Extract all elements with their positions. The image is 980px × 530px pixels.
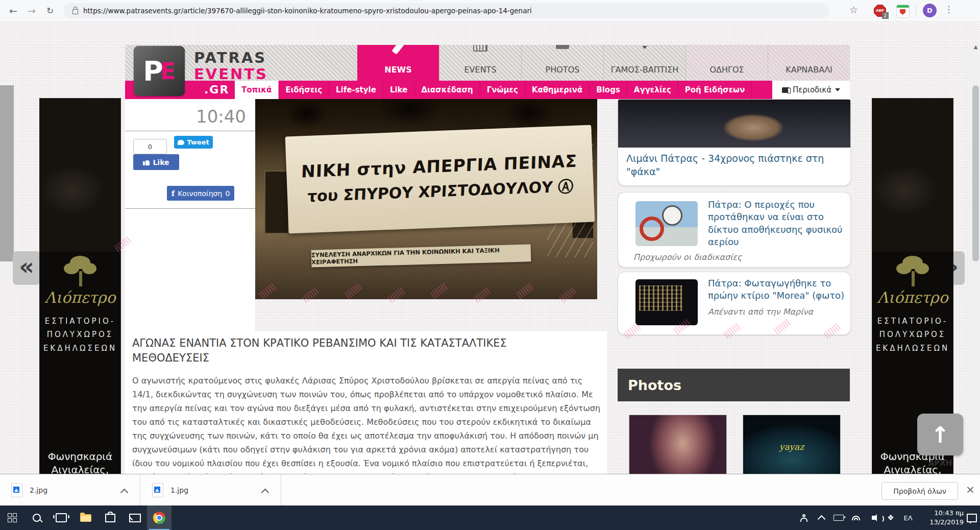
download-item[interactable]: 1.jpg — [152, 481, 188, 499]
article-subtitle: Απέναντι από την Μαρίνα — [708, 307, 813, 317]
hidden-icons-chevron[interactable] — [813, 514, 830, 522]
show-all-downloads-button[interactable]: Προβολή όλων — [881, 482, 958, 500]
left-rail — [0, 85, 14, 261]
article-photo[interactable]: ΝΙΚΗ στην ΑΠΕΡΓΙΑ ΠΕΙΝΑΣ του ΣΠΥΡΟΥ ΧΡΙΣ… — [255, 99, 597, 299]
divider — [281, 474, 281, 506]
mail-envelope-icon — [129, 514, 141, 522]
toolbar-divider — [916, 5, 916, 16]
image-file-icon — [152, 483, 163, 497]
taskbar-search-button[interactable] — [24, 505, 49, 530]
close-downloads-bar-icon[interactable]: × — [964, 483, 977, 496]
language-indicator[interactable]: ΕΛ — [899, 514, 917, 522]
tweet-button[interactable]: Tweet — [174, 136, 213, 149]
calendar-icon — [473, 45, 487, 52]
sidebar-article-card[interactable]: Πάτρα: Ο περιοχές που προτάθηκαν να είνα… — [618, 192, 851, 268]
nav-eidiseis[interactable]: Ειδήσεις — [279, 81, 329, 99]
system-tray: ❖ ΕΛ 10:43 πμ 13/2/2019 — [795, 505, 980, 530]
task-view-button[interactable] — [49, 505, 74, 530]
scrollbar-thumb[interactable] — [972, 85, 979, 261]
periodika-dropdown[interactable]: Περιοδικά — [772, 81, 850, 99]
nav-aggelies[interactable]: Αγγελίες — [627, 81, 678, 99]
action-center-icon[interactable] — [967, 514, 977, 522]
browser-menu-icon[interactable]: ⋮ — [944, 4, 953, 14]
mail-button[interactable] — [122, 505, 147, 530]
nav-roi-eidiseon[interactable]: Ροή Ειδήσεων — [678, 81, 752, 99]
primary-tabs: NEWS EVENTS PHOTOS ΓΑΜΟΣ-ΒΑΠΤΙΣΗ ΟΔΗΓΟΣ … — [357, 45, 850, 81]
article-title[interactable]: Πάτρα: Ο περιοχές που προτάθηκαν να είνα… — [708, 199, 843, 248]
address-bar[interactable]: https://www.patrasevents.gr/article/3976… — [63, 3, 829, 18]
wifi-icon[interactable] — [847, 516, 865, 520]
microsoft-store-button[interactable] — [98, 505, 122, 530]
protest-banner: ΝΙΚΗ στην ΑΠΕΡΓΙΑ ΠΕΙΝΑΣ του ΣΠΥΡΟΥ ΧΡΙΣ… — [285, 125, 595, 234]
start-button[interactable] — [0, 505, 24, 530]
tab-guide[interactable]: ΟΔΗΓΟΣ — [685, 45, 768, 81]
tab-wedding[interactable]: ΓΑΜΟΣ-ΒΑΠΤΙΣΗ — [603, 45, 685, 81]
task-view-icon — [56, 513, 67, 522]
carousel-prev-button[interactable]: « — [13, 251, 40, 285]
browser-toolbar: ← → ↻ https://www.patrasevents.gr/articl… — [0, 0, 980, 22]
article-body: Ο αγωνιστής κρατούμενος στις φυλακές Λάρ… — [132, 374, 601, 484]
profile-avatar[interactable]: D — [923, 4, 937, 17]
download-filename[interactable]: 1.jpg — [170, 486, 188, 494]
taskbar-clock[interactable]: 10:43 πμ 13/2/2019 — [920, 509, 964, 526]
facebook-like-button[interactable]: Like — [133, 154, 179, 170]
battery-icon[interactable] — [830, 515, 847, 521]
divider — [125, 208, 255, 209]
page-background: « » Λιόπετρο ΕΣΤΙΑΤΟΡΙΟ- ΠΟΛΥΧΩΡΟΣ ΕΚΔΗΛ… — [0, 21, 980, 474]
left-ad-banner[interactable]: Λιόπετρο ΕΣΤΙΑΤΟΡΙΟ- ΠΟΛΥΧΩΡΟΣ ΕΚΔΗΛΩΣΕΩ… — [39, 98, 121, 497]
nav-kathimerina[interactable]: Καθημερινά — [525, 81, 590, 99]
pressure-gauge — [662, 205, 682, 226]
downloads-bar: 2.jpg 1.jpg Προβολή όλων × — [0, 474, 980, 506]
page-scrollbar[interactable]: ▲ ▼ — [971, 43, 980, 495]
article-subtitle: Προχωρούν οι διαδικασίες — [633, 252, 742, 262]
sidebar-article-card[interactable]: Λιμάνι Πάτρας - 34χρονος πιάστηκε στη "φ… — [618, 99, 851, 186]
tab-events[interactable]: EVENTS — [439, 45, 521, 81]
extension-icon[interactable] — [896, 5, 910, 18]
ad-brand: Λιόπετρο — [872, 288, 953, 306]
nav-blogs[interactable]: Blogs — [590, 81, 627, 99]
article-time: 10:40 — [196, 106, 246, 127]
people-icon[interactable] — [795, 514, 813, 522]
facebook-like-count: 0 — [133, 139, 167, 154]
ad-photo — [872, 99, 953, 252]
reload-button[interactable]: ↻ — [43, 4, 57, 18]
clock-time: 10:43 πμ — [920, 509, 964, 518]
book-icon — [782, 87, 789, 93]
yayaz-logo: yayaz — [779, 442, 804, 452]
nav-like[interactable]: Like — [383, 81, 414, 99]
nav-topika[interactable]: Τοπικά — [235, 81, 279, 99]
tab-news[interactable]: NEWS — [357, 45, 439, 81]
nav-diaskedasi[interactable]: Διασκέδαση — [414, 81, 480, 99]
scroll-up-arrow[interactable]: ▲ — [971, 44, 980, 50]
site-logo[interactable]: PE — [134, 46, 185, 96]
nav-lifestyle[interactable]: Life-style — [329, 81, 383, 99]
dropbox-icon[interactable]: ❖ — [882, 513, 899, 522]
pencil-icon — [391, 45, 404, 55]
volume-icon[interactable] — [865, 516, 882, 520]
url-text[interactable]: https://www.patrasevents.gr/article/3976… — [83, 7, 532, 15]
folder-icon — [80, 514, 91, 522]
nav-gnomes[interactable]: Γνώμες — [480, 81, 525, 99]
download-item[interactable]: 2.jpg — [11, 481, 47, 499]
article-title[interactable]: Λιμάνι Πάτρας - 34χρονος πιάστηκε στη "φ… — [618, 148, 850, 183]
photo-thumbnail — [629, 415, 726, 478]
tab-photos[interactable]: PHOTOS — [521, 45, 603, 81]
chrome-taskbar-button[interactable] — [147, 505, 172, 530]
article-title[interactable]: Πάτρα: Φωταγωγήθηκε το πρώην κτίριο "Mor… — [708, 277, 846, 302]
ad-description: ΕΣΤΙΑΤΟΡΙΟ- ΠΟΛΥΧΩΡΟΣ ΕΚΔΗΛΩΣΕΩΝ — [872, 315, 953, 355]
forward-button[interactable]: → — [24, 4, 39, 18]
windows-logo-icon — [8, 513, 17, 522]
ad-photo — [40, 99, 120, 252]
bookmark-star-icon[interactable]: ☆ — [849, 4, 858, 15]
screen: ← → ↻ https://www.patrasevents.gr/articl… — [0, 0, 980, 530]
facebook-share-button[interactable]: f Κοινοποίηση 0 — [167, 186, 234, 201]
download-filename[interactable]: 2.jpg — [30, 486, 47, 494]
download-menu-caret[interactable] — [120, 489, 129, 497]
back-to-top-button[interactable]: ↑ — [917, 414, 963, 455]
logo-text-gr: .GR — [204, 83, 229, 96]
download-menu-caret[interactable] — [261, 489, 270, 497]
tab-carnival[interactable]: ΚΑΡΝΑΒΑΛΙ — [768, 45, 850, 81]
file-explorer-button[interactable] — [74, 505, 98, 530]
store-bag-icon — [105, 514, 115, 522]
back-button[interactable]: ← — [6, 4, 20, 18]
